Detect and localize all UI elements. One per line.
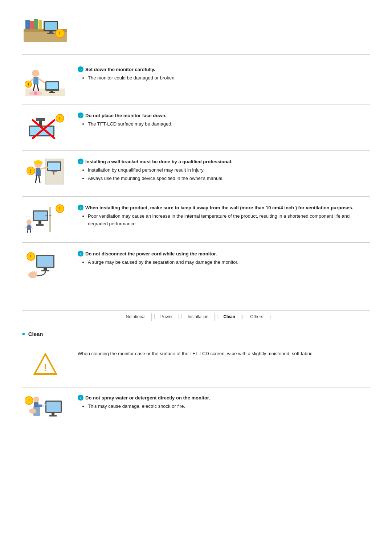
svg-rect-43 bbox=[36, 168, 41, 176]
svg-text:!: ! bbox=[44, 362, 47, 373]
item-title-text-wall-bracket: Installing a wall bracket must be done b… bbox=[85, 159, 232, 164]
svg-rect-79 bbox=[46, 402, 61, 412]
safety-items-list: ! ○ Set down the monitor carefully. The … bbox=[22, 58, 370, 288]
item-image-power-cord: ! bbox=[22, 249, 69, 282]
svg-rect-52 bbox=[38, 221, 41, 224]
svg-text:!: ! bbox=[30, 254, 32, 259]
svg-point-89 bbox=[45, 404, 46, 405]
svg-point-24 bbox=[34, 91, 37, 95]
svg-text:!: ! bbox=[59, 30, 61, 36]
bullet-wall-bracket-2: Always use the mounting device specified… bbox=[88, 175, 370, 182]
bullet-no-spray-1: This may cause damage, electric shock or… bbox=[88, 403, 370, 410]
clean-item-no-spray-image: ! bbox=[22, 393, 69, 426]
svg-rect-9 bbox=[47, 33, 54, 34]
clean-intro-item: ! When cleaning the monitor case or the … bbox=[22, 343, 370, 387]
svg-rect-42 bbox=[34, 162, 42, 164]
top-logo-area: ! bbox=[22, 11, 370, 47]
bullet-set-down-1: The monitor could be damaged or broken. bbox=[88, 74, 370, 82]
svg-rect-81 bbox=[49, 415, 57, 416]
item-image-face-down: ! bbox=[22, 111, 69, 144]
caution-icon-no-spray: ○ bbox=[78, 395, 83, 401]
svg-text:!: ! bbox=[59, 116, 61, 121]
top-divider bbox=[22, 54, 370, 55]
caution-icon-set-down: ○ bbox=[78, 66, 83, 72]
clean-item-no-spray-bullets: This may cause damage, electric shock or… bbox=[88, 403, 370, 410]
item-image-wall-bracket: ! bbox=[22, 157, 69, 190]
svg-point-86 bbox=[44, 403, 45, 405]
svg-rect-67 bbox=[44, 268, 47, 270]
svg-rect-66 bbox=[37, 256, 53, 267]
svg-rect-22 bbox=[49, 92, 55, 93]
clean-section-heading: ● Clean bbox=[22, 331, 370, 337]
safety-item-wall-bracket: ! ○ Installing a wall bracket must be do… bbox=[22, 151, 370, 197]
svg-rect-39 bbox=[53, 171, 54, 175]
item-content-power-cord: ○ Do not disconnect the power cord while… bbox=[78, 249, 370, 267]
item-bullets-power-cord: A surge may be caused by the separation … bbox=[88, 259, 370, 266]
item-title-text-power-cord: Do not disconnect the power cord while u… bbox=[85, 251, 217, 257]
svg-line-63 bbox=[27, 230, 28, 233]
tab-clean[interactable]: Clean bbox=[217, 313, 241, 321]
illustration-power-cord: ! bbox=[25, 251, 65, 280]
tab-installation[interactable]: Installation bbox=[182, 313, 215, 321]
svg-line-61 bbox=[25, 226, 27, 229]
item-image-set-down: ! bbox=[22, 65, 69, 98]
svg-line-46 bbox=[39, 176, 40, 182]
svg-point-59 bbox=[26, 219, 32, 225]
clean-item-no-spray-content: ○ Do not spray water or detergent direct… bbox=[78, 393, 370, 411]
caution-icon-wall-bracket: ○ bbox=[78, 159, 83, 164]
item-title-ventilation: ○ When installing the product, make sure… bbox=[78, 205, 370, 210]
illustration-wall-bracket: ! bbox=[25, 157, 65, 190]
illustration-ventilation: ↔ ! bbox=[25, 203, 65, 236]
svg-rect-94 bbox=[34, 402, 38, 407]
item-content-ventilation: ○ When installing the product, make sure… bbox=[78, 203, 370, 229]
safety-item-power-cord: ! ○ Do not disconnect the power cord whi… bbox=[22, 243, 370, 288]
bullet-ventilation-1: Poor ventilation may cause an increase i… bbox=[88, 213, 370, 228]
clean-heading-text: Clean bbox=[28, 331, 43, 337]
item-content-set-down: ○ Set down the monitor carefully. The mo… bbox=[78, 65, 370, 83]
svg-text:↔: ↔ bbox=[25, 213, 30, 219]
warning-triangle-icon: ! bbox=[33, 352, 58, 378]
svg-rect-7 bbox=[45, 22, 57, 30]
tab-separator-5: | bbox=[269, 314, 272, 319]
item-title-text-face-down: Do not place the monitor face down. bbox=[85, 113, 167, 118]
spacer bbox=[22, 288, 370, 299]
svg-point-93 bbox=[33, 397, 39, 402]
clean-item-no-spray: ! ○ Do not spray water or detergent dire… bbox=[22, 387, 370, 432]
caution-icon-power-cord: ○ bbox=[78, 251, 83, 257]
clean-intro-image: ! bbox=[22, 349, 69, 381]
svg-line-62 bbox=[31, 226, 32, 229]
illustration-no-spray: ! bbox=[25, 395, 65, 424]
nav-tabs: Notational | Power | Installation | Clea… bbox=[22, 310, 370, 323]
svg-rect-2 bbox=[25, 20, 30, 29]
safety-item-set-down: ! ○ Set down the monitor carefully. The … bbox=[22, 58, 370, 104]
clean-intro-content: When cleaning the monitor case or the su… bbox=[78, 349, 370, 358]
page-container: ! bbox=[0, 0, 392, 443]
svg-point-13 bbox=[32, 70, 39, 77]
tab-others[interactable]: Others bbox=[244, 313, 269, 321]
svg-text:!: ! bbox=[30, 168, 32, 174]
clean-heading-icon: ● bbox=[22, 331, 25, 337]
svg-point-85 bbox=[42, 405, 44, 406]
item-content-face-down: ○ Do not place the monitor face down. Th… bbox=[78, 111, 370, 129]
svg-point-90 bbox=[29, 409, 36, 414]
item-image-ventilation: ↔ ! bbox=[22, 203, 69, 236]
svg-point-87 bbox=[43, 406, 44, 407]
item-title-wall-bracket: ○ Installing a wall bracket must be done… bbox=[78, 159, 370, 164]
svg-text:!: ! bbox=[59, 206, 61, 212]
bullet-power-cord-1: A surge may be caused by the separation … bbox=[88, 259, 370, 266]
svg-rect-4 bbox=[34, 19, 38, 29]
svg-line-16 bbox=[38, 79, 45, 83]
svg-rect-80 bbox=[52, 413, 54, 415]
clean-intro-text: When cleaning the monitor case or the su… bbox=[78, 350, 370, 358]
bullet-face-down-1: The TFT-LCD surface may be damaged. bbox=[88, 120, 370, 128]
svg-rect-5 bbox=[38, 20, 42, 29]
clean-item-no-spray-title: ○ Do not spray water or detergent direct… bbox=[78, 395, 370, 401]
svg-rect-53 bbox=[36, 224, 44, 226]
tab-separator-3: | bbox=[215, 314, 217, 319]
safety-item-ventilation: ↔ ! ○ When installing the product, make bbox=[22, 197, 370, 243]
tab-power[interactable]: Power bbox=[155, 313, 179, 321]
item-title-power-cord: ○ Do not disconnect the power cord while… bbox=[78, 251, 370, 257]
svg-line-45 bbox=[36, 176, 37, 182]
tab-notational[interactable]: Notational bbox=[120, 313, 152, 321]
caution-icon-face-down: ○ bbox=[78, 112, 83, 118]
